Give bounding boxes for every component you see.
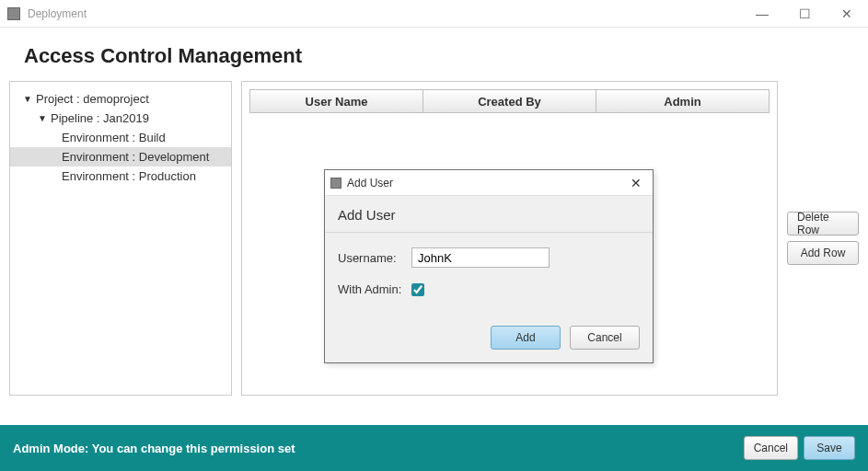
chevron-down-icon: ▼ [38,113,49,123]
footer-cancel-button[interactable]: Cancel [744,436,798,460]
with-admin-checkbox[interactable] [411,283,424,296]
tree-project[interactable]: ▼ Project : demoproject [10,89,231,109]
dialog-heading: Add User [325,196,653,233]
window-controls: — ☐ ✕ [741,0,868,27]
dialog-body: Username: With Admin: [325,233,653,320]
with-admin-row: With Admin: [338,282,640,296]
col-createdby[interactable]: Created By [423,89,596,113]
app-icon [7,7,20,20]
minimize-button[interactable]: — [741,0,783,28]
tree-pipeline[interactable]: ▼ Pipeline : Jan2019 [10,109,231,128]
username-input[interactable] [411,247,550,268]
close-button[interactable]: ✕ [826,0,868,28]
dialog-titlebar[interactable]: Add User ✕ [325,170,653,196]
dialog-window-title: Add User [347,177,625,190]
footer-save-button[interactable]: Save [804,436,855,460]
add-user-dialog: Add User ✕ Add User Username: With Admin… [324,169,654,363]
window-title: Deployment [28,7,741,20]
maximize-button[interactable]: ☐ [783,0,826,28]
tree-env-label: Environment : Build [62,131,166,144]
tree-pipeline-label: Pipeline : Jan2019 [51,111,149,125]
col-username[interactable]: User Name [249,89,423,113]
with-admin-label: With Admin: [338,282,411,296]
tree-project-label: Project : demoproject [36,92,149,106]
page-title: Access Control Management [24,44,844,68]
page-header: Access Control Management [0,28,868,81]
add-row-button[interactable]: Add Row [787,241,859,265]
cancel-button[interactable]: Cancel [570,326,640,350]
username-label: Username: [338,251,411,265]
app-icon [330,178,341,189]
row-buttons: Delete Row Add Row [787,81,859,396]
window-titlebar: Deployment — ☐ ✕ [0,0,868,28]
col-admin[interactable]: Admin [596,89,770,113]
dialog-buttons: Add Cancel [325,320,653,362]
tree-env-label: Environment : Development [62,150,209,164]
status-text: Admin Mode: You can change this permissi… [13,442,744,455]
chevron-down-icon: ▼ [23,94,34,104]
add-button[interactable]: Add [491,326,561,350]
tree-env-production[interactable]: Environment : Production [10,167,231,186]
tree-env-label: Environment : Production [62,169,196,183]
close-icon[interactable]: ✕ [625,174,647,192]
footer-bar: Admin Mode: You can change this permissi… [0,425,868,471]
tree-env-build[interactable]: Environment : Build [10,128,231,147]
tree-sidebar: ▼ Project : demoproject ▼ Pipeline : Jan… [9,81,232,396]
username-row: Username: [338,247,640,268]
table-header: User Name Created By Admin [249,89,770,113]
tree-env-development[interactable]: Environment : Development [10,147,231,167]
delete-row-button[interactable]: Delete Row [787,212,859,236]
